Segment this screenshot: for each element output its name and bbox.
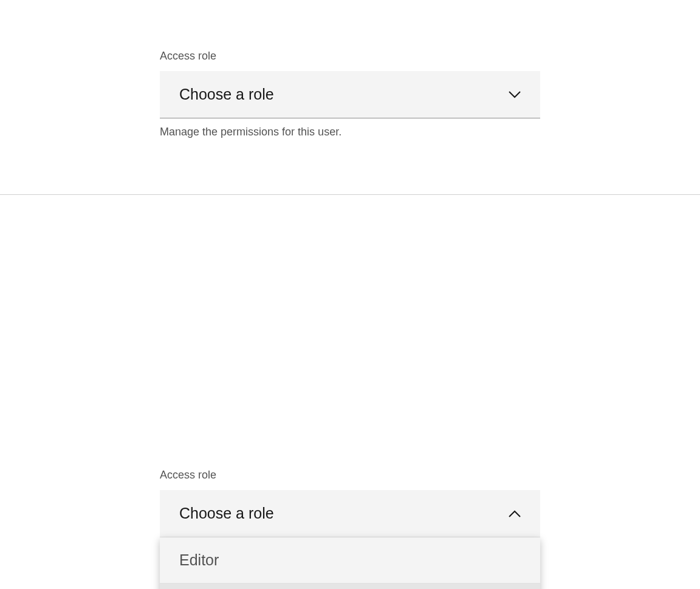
dropdown-menu: Editor Owner Viewer [160, 537, 540, 589]
access-role-label: Access role [160, 50, 540, 63]
helper-text: Manage the permissions for this user. [160, 126, 540, 138]
access-role-field-group-open: Access role Choose a role Editor Owner [160, 469, 540, 589]
option-label: Editor [179, 551, 219, 569]
dropdown-option-owner[interactable]: Owner [160, 584, 540, 589]
access-role-field-group: Access role Choose a role Manage the per… [160, 50, 540, 138]
dropdown-placeholder: Choose a role [179, 86, 274, 103]
access-role-label-open: Access role [160, 469, 540, 482]
chevron-down-icon [509, 89, 521, 101]
dropdown-placeholder-open: Choose a role [179, 505, 274, 522]
dropdown-option-editor[interactable]: Editor [160, 537, 540, 584]
closed-dropdown-section: Access role Choose a role Manage the per… [0, 0, 700, 194]
chevron-up-icon [509, 508, 521, 520]
role-dropdown-open[interactable]: Choose a role [160, 490, 540, 537]
open-dropdown-section: Access role Choose a role Editor Owner [0, 194, 700, 589]
role-dropdown-closed[interactable]: Choose a role [160, 71, 540, 118]
